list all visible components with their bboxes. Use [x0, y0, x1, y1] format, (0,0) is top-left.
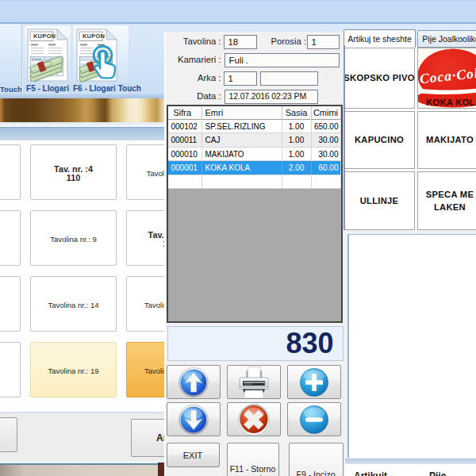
- svg-text:KUPON: KUPON: [83, 33, 105, 40]
- svg-text:KUPON: KUPON: [33, 33, 56, 40]
- svg-text:Quantity: Quantity: [32, 58, 41, 61]
